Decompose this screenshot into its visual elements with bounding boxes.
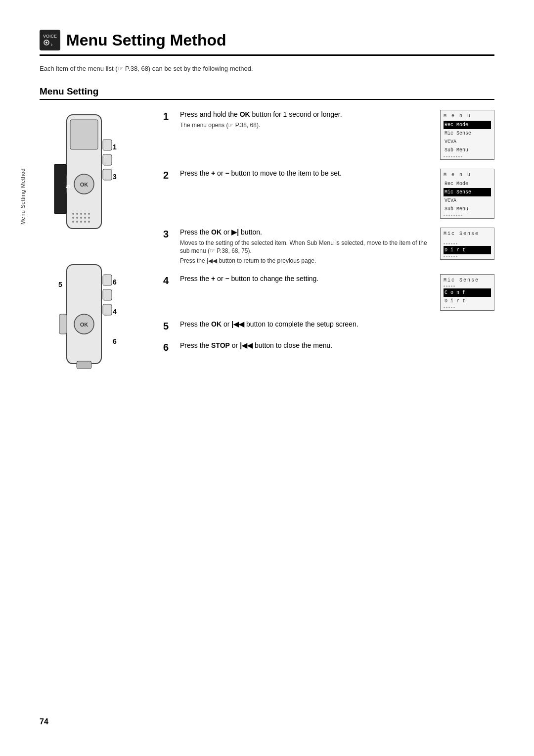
device-bottom: OK 5 6 4 6 (40, 260, 148, 375)
svg-point-26 (72, 221, 74, 223)
device-top: OK 2 1 3 (40, 110, 148, 250)
svg-rect-39 (59, 314, 67, 334)
step-4-title: Press the + or − button to change the se… (180, 274, 432, 284)
svg-point-3 (45, 42, 47, 44)
step-2: 2 Press the + or − button to move to the… (163, 169, 494, 219)
svg-rect-6 (70, 120, 98, 149)
svg-point-25 (88, 217, 90, 219)
step-6-content: Press the STOP or |◀◀ button to close th… (180, 341, 494, 351)
svg-text:OK: OK (80, 182, 89, 188)
step-3-detail-2: Press the |◀◀ button to return to the pr… (180, 257, 432, 265)
svg-point-22 (76, 217, 78, 219)
step-3: 3 Press the OK or ▶| button. Moves to th… (163, 228, 494, 265)
main-title: Menu Setting Method (66, 31, 226, 49)
step-4-content: Press the + or − button to change the se… (180, 274, 494, 311)
svg-rect-40 (77, 361, 91, 369)
title-section: VOICE ♪ Menu Setting Method (40, 30, 494, 50)
svg-point-16 (72, 213, 74, 215)
step-5-number: 5 (163, 321, 172, 332)
svg-rect-36 (103, 304, 112, 315)
svg-point-28 (80, 221, 82, 223)
step-6-number: 6 (163, 342, 172, 353)
svg-rect-0 (40, 30, 60, 50)
svg-text:3: 3 (113, 173, 117, 181)
svg-point-19 (84, 213, 86, 215)
page-container: Menu Setting Method VOICE ♪ Menu Setting… (0, 0, 534, 756)
device-column: OK 2 1 3 (40, 110, 148, 375)
step-5: 5 Press the OK or |◀◀ button to complete… (163, 320, 494, 332)
step-3-content: Press the OK or ▶| button. Moves to the … (180, 228, 494, 265)
svg-rect-7 (103, 140, 112, 150)
step-3-detail: Moves to the setting of the selected ite… (180, 239, 432, 256)
voice-music-icon: VOICE ♪ (40, 30, 60, 50)
step-4: 4 Press the + or − button to change the … (163, 274, 494, 311)
page-number: 74 (40, 717, 48, 726)
step-5-content: Press the OK or |◀◀ button to complete t… (180, 320, 494, 330)
steps-column: 1 Press and hold the OK button for 1 sec… (163, 110, 494, 375)
step-4-screen: Mic Sense C o n f D i r t (440, 274, 494, 311)
svg-point-24 (84, 217, 86, 219)
svg-point-23 (80, 217, 82, 219)
step-3-title: Press the OK or ▶| button. (180, 228, 432, 237)
step-2-screen: M e n u Rec Mode Mic Sense VCVA Sub Menu (440, 169, 494, 219)
title-underline (40, 54, 494, 56)
step-2-number: 2 (163, 170, 172, 181)
svg-text:OK: OK (80, 322, 89, 328)
svg-rect-9 (103, 169, 112, 180)
svg-text:1: 1 (113, 143, 117, 151)
svg-point-30 (88, 221, 90, 223)
svg-text:6: 6 (113, 278, 117, 286)
svg-text:4: 4 (113, 308, 117, 316)
step-6-title: Press the STOP or |◀◀ button to close th… (180, 341, 494, 351)
content-area: OK 2 1 3 (40, 110, 494, 375)
step-1-detail: The menu opens (☞ P.38, 68). (180, 121, 432, 130)
svg-rect-31 (54, 164, 66, 214)
step-4-number: 4 (163, 275, 172, 286)
step-1: 1 Press and hold the OK button for 1 sec… (163, 110, 494, 160)
svg-point-27 (76, 221, 78, 223)
step-1-title: Press and hold the OK button for 1 secon… (180, 110, 432, 120)
step-2-title: Press the + or − button to move to the i… (180, 169, 432, 179)
svg-rect-34 (103, 275, 112, 285)
svg-point-18 (80, 213, 82, 215)
svg-point-21 (72, 217, 74, 219)
svg-rect-8 (103, 154, 112, 165)
step-3-screen: Mic Sense D i r t (440, 228, 494, 260)
step-6: 6 Press the STOP or |◀◀ button to close … (163, 341, 494, 353)
svg-text:VOICE: VOICE (43, 34, 57, 39)
section-heading: Menu Setting (40, 86, 494, 100)
sidebar-label: Menu Setting Method (20, 168, 26, 225)
svg-point-20 (88, 213, 90, 215)
step-5-title: Press the OK or |◀◀ button to complete t… (180, 320, 494, 330)
svg-point-29 (84, 221, 86, 223)
svg-text:5: 5 (58, 281, 62, 288)
svg-point-17 (76, 213, 78, 215)
svg-text:6: 6 (113, 337, 117, 345)
step-1-number: 1 (163, 111, 172, 122)
step-2-content: Press the + or − button to move to the i… (180, 169, 494, 219)
svg-text:5: 5 (64, 185, 72, 188)
subtitle-text: Each item of the menu list (☞ P.38, 68) … (40, 65, 494, 72)
step-3-number: 3 (163, 229, 172, 240)
step-1-screen: M e n u Rec Mode Mic Sense VCVA Sub Menu (440, 110, 494, 160)
svg-rect-35 (103, 289, 112, 300)
svg-text:♪: ♪ (50, 42, 53, 47)
step-1-content: Press and hold the OK button for 1 secon… (180, 110, 494, 160)
